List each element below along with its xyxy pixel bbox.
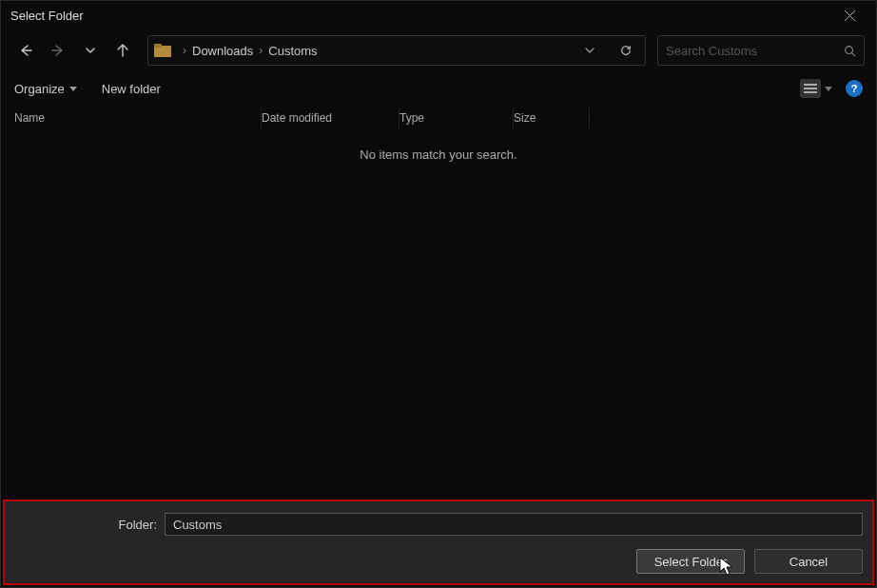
search-placeholder: Search Customs [666,44,757,58]
cancel-button[interactable]: Cancel [754,549,863,574]
folder-label: Folder: [14,518,157,532]
new-folder-label: New folder [102,82,161,96]
button-row: Select Folder Cancel [14,549,863,574]
col-header-size[interactable]: Size [514,108,590,128]
breadcrumb-downloads[interactable]: Downloads [192,44,253,58]
titlebar: Select Folder [1,1,876,29]
svg-line-3 [852,52,856,56]
close-icon [845,10,855,21]
svg-point-2 [846,46,853,53]
col-header-name[interactable]: Name [14,108,262,128]
folder-row: Folder: [14,513,863,536]
address-bar[interactable]: › Downloads › Customs [147,35,646,66]
arrow-right-icon [51,44,65,57]
chevron-down-icon [69,87,77,91]
chevron-down-icon [825,87,832,91]
arrow-left-icon [19,44,32,57]
footer-panel: Folder: Select Folder Cancel [3,500,874,585]
folder-icon [154,44,171,57]
chevron-down-icon [584,45,595,56]
window-title: Select Folder [10,9,84,23]
back-button[interactable] [12,36,39,65]
toolbar: Organize New folder ? [1,71,876,106]
help-button[interactable]: ? [846,80,863,97]
view-mode-button[interactable] [800,79,821,98]
refresh-icon [620,45,632,56]
chevron-down-icon [84,44,97,57]
arrow-up-icon [116,44,129,57]
breadcrumb-separator: › [259,44,263,57]
help-icon: ? [851,83,858,94]
col-header-date[interactable]: Date modified [262,108,400,128]
search-icon [844,45,856,57]
col-header-type[interactable]: Type [400,108,514,128]
close-button[interactable] [830,1,868,29]
organize-label: Organize [14,82,65,96]
folder-input[interactable] [165,513,863,536]
file-list-area: No items match your search. [1,130,876,500]
search-input[interactable]: Search Customs [657,35,865,66]
breadcrumb-separator: › [183,44,186,57]
empty-message: No items match your search. [360,147,516,162]
organize-menu[interactable]: Organize [14,82,77,96]
select-folder-dialog: Select Folder › Downloads › Customs [0,0,877,588]
up-button[interactable] [109,36,136,65]
new-folder-button[interactable]: New folder [102,82,161,96]
breadcrumb-customs[interactable]: Customs [268,44,317,58]
nav-row: › Downloads › Customs Search Customs [1,29,876,71]
column-headers: Name Date modified Type Size [1,106,876,130]
refresh-button[interactable] [613,36,639,65]
recent-dropdown[interactable] [77,36,104,65]
forward-button[interactable] [45,36,71,65]
address-dropdown[interactable] [576,36,603,65]
select-folder-button[interactable]: Select Folder [636,549,745,574]
list-icon [804,84,817,86]
